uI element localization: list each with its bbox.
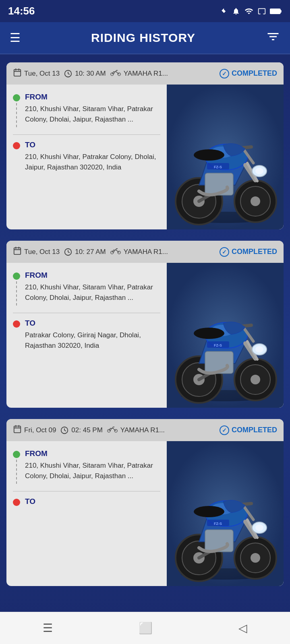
status-label: COMPLETED bbox=[232, 69, 277, 78]
svg-rect-64 bbox=[14, 426, 21, 433]
screen-icon bbox=[258, 7, 266, 16]
clock-icon bbox=[60, 426, 69, 435]
to-dot bbox=[13, 320, 20, 328]
to-indicator bbox=[13, 320, 20, 328]
ride-image-2: FZ-S bbox=[167, 263, 284, 408]
route-line bbox=[16, 281, 17, 305]
from-text-group: FROM 210, Khushi Vihar, Sitaram Vihar, P… bbox=[25, 449, 160, 481]
ride-vehicle-3: YAMAHA R1... bbox=[107, 425, 165, 435]
menu-button[interactable]: ☰ bbox=[10, 32, 21, 44]
status-badge-1: ✓ COMPLETED bbox=[220, 69, 277, 78]
to-indicator bbox=[13, 499, 20, 506]
status-badge-3: ✓ COMPLETED bbox=[220, 425, 277, 435]
to-dot bbox=[13, 142, 20, 149]
svg-point-18 bbox=[251, 196, 260, 206]
status-bar: 14:56 bbox=[0, 0, 290, 22]
status-badge-2: ✓ COMPLETED bbox=[220, 247, 277, 257]
ride-time-3: 02: 45 PM bbox=[60, 426, 103, 435]
ride-date-2: Tue, Oct 13 bbox=[13, 246, 60, 257]
app-header: ☰ RIDING HISTORY bbox=[0, 22, 290, 54]
separator bbox=[13, 491, 160, 491]
filter-button[interactable] bbox=[266, 29, 280, 47]
ride-details-1: FROM 210, Khushi Vihar, Sitaram Vihar, P… bbox=[6, 85, 167, 229]
from-label: FROM bbox=[25, 271, 160, 280]
from-indicator bbox=[13, 94, 20, 129]
svg-rect-33 bbox=[14, 248, 21, 255]
ride-time-2: 10: 27 AM bbox=[64, 248, 106, 256]
to-text-group: TO 210, Khushi Vihar, Patrakar Colony, D… bbox=[25, 140, 160, 172]
svg-rect-1 bbox=[280, 10, 282, 12]
ride-body-3: FROM 210, Khushi Vihar, Sitaram Vihar, P… bbox=[6, 441, 284, 586]
battery-icon bbox=[270, 7, 282, 16]
to-indicator bbox=[13, 142, 20, 149]
ride-card-2[interactable]: Tue, Oct 13 10: 27 AM YAMAHA R1... ✓ COM… bbox=[6, 241, 284, 408]
bike-icon bbox=[107, 425, 118, 435]
svg-line-8 bbox=[68, 74, 70, 74]
nav-back-icon[interactable]: ◁ bbox=[238, 621, 247, 635]
from-address: 210, Khushi Vihar, Sitaram Vihar, Patrak… bbox=[25, 460, 160, 481]
ride-body-2: FROM 210, Khushi Vihar, Sitaram Vihar, P… bbox=[6, 263, 284, 408]
to-block-2: TO Patrakar Colony, Giriraj Nagar, Dhola… bbox=[13, 319, 160, 351]
from-label: FROM bbox=[25, 449, 160, 458]
svg-point-55 bbox=[194, 328, 224, 339]
svg-point-80 bbox=[251, 553, 260, 563]
svg-text:FZ-S: FZ-S bbox=[214, 522, 222, 526]
svg-point-86 bbox=[194, 506, 224, 517]
to-address: Patrakar Colony, Giriraj Nagar, Dholai, … bbox=[25, 330, 160, 351]
ride-details-3: FROM 210, Khushi Vihar, Sitaram Vihar, P… bbox=[6, 441, 167, 586]
ride-time-1: 10: 30 AM bbox=[64, 69, 106, 78]
svg-point-49 bbox=[251, 375, 260, 384]
route-line bbox=[16, 460, 17, 484]
check-icon: ✓ bbox=[220, 425, 229, 435]
from-block-3: FROM 210, Khushi Vihar, Sitaram Vihar, P… bbox=[13, 449, 160, 485]
svg-point-61 bbox=[255, 346, 263, 353]
ride-details-2: FROM 210, Khushi Vihar, Sitaram Vihar, P… bbox=[6, 263, 167, 408]
ride-date-3: Fri, Oct 09 bbox=[13, 425, 56, 436]
from-dot bbox=[13, 94, 20, 101]
svg-line-39 bbox=[68, 252, 70, 253]
ride-header-2: Tue, Oct 13 10: 27 AM YAMAHA R1... ✓ COM… bbox=[6, 241, 284, 263]
svg-point-24 bbox=[194, 149, 224, 161]
ride-vehicle-2: YAMAHA R1... bbox=[110, 247, 168, 257]
ride-card-3[interactable]: Fri, Oct 09 02: 45 PM YAMAHA R1... ✓ COM… bbox=[6, 419, 284, 586]
to-block-3: TO bbox=[13, 497, 160, 508]
status-time: 14:56 bbox=[8, 5, 35, 17]
separator bbox=[13, 313, 160, 313]
to-block-1: TO 210, Khushi Vihar, Patrakar Colony, D… bbox=[13, 140, 160, 172]
from-dot bbox=[13, 451, 20, 458]
from-text-group: FROM 210, Khushi Vihar, Sitaram Vihar, P… bbox=[25, 93, 160, 124]
bluetooth-icon bbox=[220, 7, 228, 16]
from-indicator bbox=[13, 451, 20, 485]
ride-image-3: FZ-S bbox=[167, 441, 284, 586]
nav-home-icon[interactable]: ⬜ bbox=[139, 621, 153, 635]
calendar-icon bbox=[13, 68, 22, 79]
bike-icon bbox=[110, 68, 121, 78]
check-icon: ✓ bbox=[220, 69, 229, 78]
calendar-icon bbox=[13, 246, 22, 257]
from-block-2: FROM 210, Khushi Vihar, Sitaram Vihar, P… bbox=[13, 271, 160, 307]
status-label: COMPLETED bbox=[232, 248, 277, 256]
separator bbox=[13, 134, 160, 135]
wifi-icon bbox=[244, 7, 254, 16]
from-address: 210, Khushi Vihar, Sitaram Vihar, Patrak… bbox=[25, 282, 160, 303]
nav-bar: ☰ ⬜ ◁ bbox=[0, 612, 290, 644]
notification-icon bbox=[232, 7, 240, 16]
from-address: 210, Khushi Vihar, Sitaram Vihar, Patrak… bbox=[25, 104, 160, 124]
nav-menu-icon[interactable]: ☰ bbox=[43, 621, 53, 635]
svg-text:FZ-S: FZ-S bbox=[214, 165, 222, 169]
to-label: TO bbox=[25, 497, 160, 506]
from-block-1: FROM 210, Khushi Vihar, Sitaram Vihar, P… bbox=[13, 93, 160, 129]
route-line bbox=[16, 103, 17, 127]
ride-header-1: Tue, Oct 13 10: 30 AM YAMAHA R1... ✓ COM… bbox=[6, 62, 284, 85]
svg-rect-0 bbox=[270, 8, 280, 14]
from-text-group: FROM 210, Khushi Vihar, Sitaram Vihar, P… bbox=[25, 271, 160, 303]
from-indicator bbox=[13, 272, 20, 307]
ride-body-1: FROM 210, Khushi Vihar, Sitaram Vihar, P… bbox=[6, 85, 284, 229]
ride-header-3: Fri, Oct 09 02: 45 PM YAMAHA R1... ✓ COM… bbox=[6, 419, 284, 441]
ride-vehicle-1: YAMAHA R1... bbox=[110, 68, 168, 78]
page-title: RIDING HISTORY bbox=[21, 31, 266, 45]
ride-card-1[interactable]: Tue, Oct 13 10: 30 AM YAMAHA R1... ✓ COM… bbox=[6, 62, 284, 229]
from-dot bbox=[13, 272, 20, 280]
to-text-group: TO bbox=[25, 497, 160, 508]
ride-date-1: Tue, Oct 13 bbox=[13, 68, 60, 79]
